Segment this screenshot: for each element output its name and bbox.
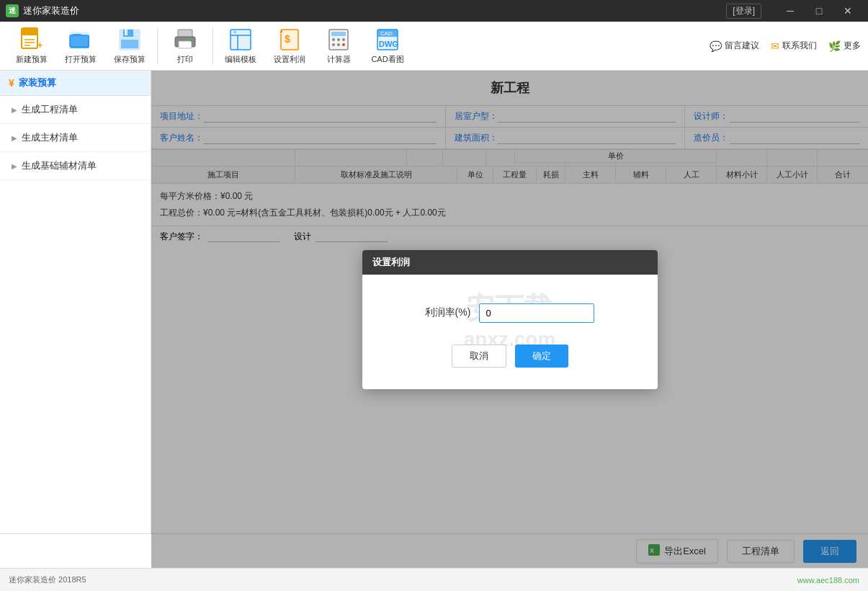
more-icon: 🌿 xyxy=(828,40,841,52)
dialog-body: 安下载 anxz.com 利润率(%) 取消 确定 xyxy=(362,275,658,389)
toolbar-save-label: 保存预算 xyxy=(114,55,146,64)
save-icon xyxy=(117,27,143,53)
toolbar: + 新建预算 打开预算 保存预算 xyxy=(0,22,868,71)
svg-rect-23 xyxy=(331,32,346,36)
chevron-right-icon-1: ▶ xyxy=(12,134,17,142)
print-icon xyxy=(172,27,198,53)
toolbar-open[interactable]: 打开预算 xyxy=(56,25,105,68)
toolbar-new[interactable]: + 新建预算 xyxy=(7,25,56,68)
app-icon: 迷 xyxy=(6,4,19,17)
feedback-button[interactable]: 💬 留言建议 xyxy=(710,40,759,52)
toolbar-open-label: 打开预算 xyxy=(65,55,97,64)
feedback-label: 留言建议 xyxy=(725,40,759,52)
svg-point-27 xyxy=(332,43,335,46)
profit-input[interactable] xyxy=(479,303,594,323)
svg-point-24 xyxy=(332,38,335,41)
status-bar: 迷你家装造价 2018R5 www.aec188.com xyxy=(0,568,868,591)
dialog-buttons: 取消 确定 xyxy=(452,345,568,368)
svg-text:CAD: CAD xyxy=(380,30,393,37)
status-right: www.aec188.com xyxy=(797,576,859,585)
maximize-button[interactable]: □ xyxy=(805,0,833,22)
contact-label: 联系我们 xyxy=(782,40,817,52)
cad-icon: DWG CAD xyxy=(375,27,401,53)
toolbar-print-label: 打印 xyxy=(177,55,193,64)
title-bar: 迷 迷你家装造价 [登录] ─ □ ✕ xyxy=(0,0,868,22)
toolbar-right: 💬 留言建议 ✉ 联系我们 🌿 更多 xyxy=(710,40,861,52)
template-icon: ≡ xyxy=(228,27,254,53)
status-left: 迷你家装造价 2018R5 xyxy=(9,574,86,585)
svg-point-28 xyxy=(337,43,340,46)
svg-text:≡: ≡ xyxy=(233,30,236,35)
toolbar-save[interactable]: 保存预算 xyxy=(105,25,154,68)
confirm-button[interactable]: 确定 xyxy=(515,345,568,368)
sidebar-header: ¥ 家装预算 xyxy=(0,71,151,96)
toolbar-new-label: 新建预算 xyxy=(16,55,48,64)
sidebar-header-icon: ¥ xyxy=(9,77,14,89)
profit-label: 利润率(%) xyxy=(425,306,471,319)
chevron-right-icon: ▶ xyxy=(12,106,17,114)
toolbar-calc[interactable]: 计算器 xyxy=(314,25,363,68)
main-area: ¥ 家装预算 ▶ 生成工程清单 ▶ 生成主材清单 ▶ 生成基础辅材清单 新工程 … xyxy=(0,71,868,568)
dialog-form-row: 利润率(%) xyxy=(425,303,595,323)
window-controls: ─ □ ✕ xyxy=(776,0,862,22)
login-button[interactable]: [登录] xyxy=(726,4,761,19)
sidebar-item-label-1: 生成主材清单 xyxy=(22,131,78,144)
svg-rect-11 xyxy=(121,40,138,48)
dialog-title-bar: 设置利润 xyxy=(362,250,658,275)
sidebar-item-aux-materials[interactable]: ▶ 生成基础辅材清单 xyxy=(0,152,151,180)
sidebar-header-label: 家装预算 xyxy=(19,76,56,89)
content-area: 新工程 项目地址： 居室户型： 设计师： 客户姓名： xyxy=(151,71,868,568)
toolbar-cad-label: CAD看图 xyxy=(371,55,403,64)
svg-rect-1 xyxy=(22,28,37,35)
cancel-button[interactable]: 取消 xyxy=(452,345,506,368)
sidebar-item-main-materials[interactable]: ▶ 生成主材清单 xyxy=(0,124,151,152)
modal-overlay: 设置利润 安下载 anxz.com 利润率(%) 取消 确定 xyxy=(151,71,868,568)
toolbar-template-label: 编辑模板 xyxy=(225,55,256,64)
chevron-right-icon-2: ▶ xyxy=(12,162,17,170)
more-label: 更多 xyxy=(844,40,861,52)
separator-2 xyxy=(212,28,213,64)
sidebar-item-project-list[interactable]: ▶ 生成工程清单 xyxy=(0,96,151,124)
svg-text:$: $ xyxy=(285,33,290,45)
open-icon xyxy=(68,27,94,53)
calc-icon xyxy=(326,27,352,53)
toolbar-template[interactable]: ≡ 编辑模板 xyxy=(216,25,265,68)
app-title: 迷你家装造价 xyxy=(23,4,726,17)
svg-rect-14 xyxy=(179,41,192,48)
profit-icon: $ xyxy=(277,27,303,53)
svg-point-29 xyxy=(342,43,345,46)
contact-icon: ✉ xyxy=(771,40,779,52)
close-button[interactable]: ✕ xyxy=(833,0,862,22)
minimize-button[interactable]: ─ xyxy=(776,0,805,22)
sidebar: ¥ 家装预算 ▶ 生成工程清单 ▶ 生成主材清单 ▶ 生成基础辅材清单 xyxy=(0,71,151,568)
toolbar-profit[interactable]: $ 设置利润 xyxy=(265,25,314,68)
profit-dialog: 设置利润 安下载 anxz.com 利润率(%) 取消 确定 xyxy=(362,250,658,389)
svg-point-25 xyxy=(337,38,340,41)
toolbar-print[interactable]: 打印 xyxy=(161,25,210,68)
svg-point-26 xyxy=(342,38,345,41)
dialog-title: 设置利润 xyxy=(372,257,410,267)
sidebar-item-label-2: 生成基础辅材清单 xyxy=(22,159,97,172)
feedback-icon: 💬 xyxy=(710,40,722,52)
toolbar-cad[interactable]: DWG CAD CAD看图 xyxy=(363,25,412,68)
svg-text:+: + xyxy=(37,40,42,50)
separator-1 xyxy=(157,28,158,64)
new-icon: + xyxy=(19,27,45,53)
toolbar-profit-label: 设置利润 xyxy=(274,55,305,64)
toolbar-calc-label: 计算器 xyxy=(327,55,351,64)
svg-text:DWG: DWG xyxy=(379,40,398,48)
more-button[interactable]: 🌿 更多 xyxy=(828,40,861,52)
contact-button[interactable]: ✉ 联系我们 xyxy=(771,40,817,52)
svg-point-15 xyxy=(190,39,193,42)
svg-rect-10 xyxy=(125,30,127,35)
sidebar-item-label-0: 生成工程清单 xyxy=(22,103,78,116)
